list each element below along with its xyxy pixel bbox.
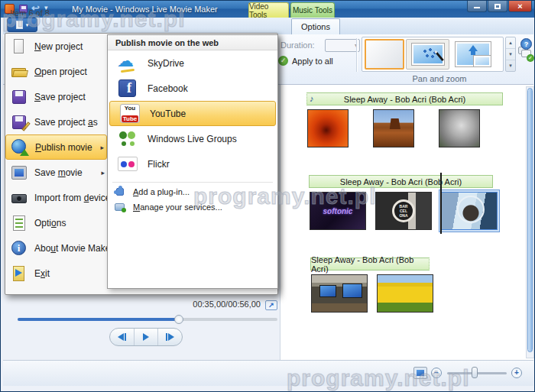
ribbon-group-label: Pan and zoom	[362, 74, 517, 83]
apply-to-all-icon: ✓	[278, 56, 288, 66]
clip-thumbnail-fishbowl[interactable]	[441, 192, 498, 230]
pan-zoom-gallery	[362, 37, 504, 72]
next-frame-button[interactable]	[158, 329, 182, 345]
clip-thumbnail-koala[interactable]	[439, 109, 480, 147]
app-window: ↩ ▾ My Movie - Windows Live Movie Maker …	[0, 0, 535, 392]
submenu-item-label: YouTube	[150, 109, 186, 119]
music-track-label[interactable]: ♪Sleep Away - Bob Acri (Bob Acri)	[306, 92, 503, 105]
submenu-item-label: Facebook	[148, 83, 188, 94]
menu-item-publish-movie[interactable]: Publish movie▸	[5, 134, 107, 160]
gallery-item-zoom-in[interactable]	[451, 39, 494, 70]
menu-item-new-project[interactable]: New project	[5, 34, 107, 59]
menu-item-label: Options	[34, 218, 66, 228]
clip-thumbnail-office[interactable]	[311, 274, 368, 313]
storyboard: ♪Sleep Away - Bob Acri (Bob Acri)Sleep A…	[282, 86, 525, 359]
storyboard-scrollbar[interactable]	[526, 86, 534, 358]
zoom-out-button[interactable]: −	[431, 368, 442, 378]
scrollbar-thumb[interactable]	[527, 88, 533, 352]
menu-item-import-from-device[interactable]: Import from device	[5, 185, 107, 210]
gallery-more-button[interactable]: ▾	[506, 60, 515, 71]
storyboard-row: ♪Sleep Away - Bob Acri (Bob Acri)	[282, 92, 525, 147]
minimize-button[interactable]	[467, 1, 487, 12]
menu-item-save-movie[interactable]: Save movie▸	[5, 160, 107, 185]
item-count: Item 6 of 8	[10, 8, 50, 18]
submenu-item-windows-live-groups[interactable]: Windows Live Groups	[108, 126, 277, 151]
clip-thumbnail-flower[interactable]	[307, 109, 349, 147]
seek-slider[interactable]	[18, 318, 277, 321]
transport-controls	[109, 328, 183, 346]
clip-thumbnail-barcelona[interactable]: BARCELONA	[375, 192, 432, 230]
contextual-tab-video-tools[interactable]: Video Tools	[248, 2, 289, 18]
title-bar: ↩ ▾ My Movie - Windows Live Movie Maker …	[1, 1, 535, 18]
gallery-item-none[interactable]	[365, 39, 404, 70]
about-movie-maker-icon	[10, 239, 28, 258]
music-note-icon: ♪	[310, 94, 314, 103]
clip-text: softonic	[323, 207, 353, 215]
gallery-scroll-up[interactable]: ▴	[506, 37, 515, 49]
file-menu-button[interactable]: ▾	[7, 18, 37, 32]
menu-item-options[interactable]: Options	[5, 210, 107, 235]
music-track-label[interactable]: Sleep Away - Bob Acri (Bob Acri)	[309, 175, 493, 188]
tab-options[interactable]: Options	[291, 18, 340, 34]
zoom-slider-thumb[interactable]	[472, 367, 478, 378]
submenu-action-label: Manage your services...	[133, 202, 222, 212]
submenu-header: Publish movie on the web	[108, 35, 277, 50]
manage-services-icon	[114, 201, 126, 213]
zoom-in-button[interactable]: +	[511, 368, 522, 378]
submenu-item-flickr[interactable]: Flickr	[108, 151, 277, 177]
help-icon[interactable]: ?	[520, 38, 532, 50]
close-button[interactable]: ×	[508, 1, 532, 12]
storyboard-thumbnails	[282, 274, 525, 313]
seek-progress	[18, 318, 179, 321]
storyboard-row: Sleep Away - Bob Acri (Bob Acri)softonic…	[282, 175, 525, 230]
chevron-down-icon: ▾	[26, 22, 29, 28]
submenu-action-manage-your-services[interactable]: Manage your services...	[108, 199, 277, 215]
save-project-as-icon	[10, 113, 28, 131]
submenu-item-label: Windows Live Groups	[148, 134, 237, 144]
thumbnail-view-icon[interactable]	[413, 367, 427, 379]
skydrive-icon: ☁	[117, 53, 138, 73]
menu-item-exit[interactable]: Exit	[5, 261, 107, 286]
clip-thumbnail-softonic[interactable]: softonic	[310, 192, 366, 230]
submenu-item-skydrive[interactable]: ☁SkyDrive	[108, 50, 277, 76]
publish-movie-icon	[11, 138, 29, 157]
menu-item-about-movie-maker[interactable]: About Movie Maker	[5, 235, 107, 261]
duration-label: Duration:	[280, 40, 315, 50]
previous-frame-button[interactable]	[110, 329, 135, 345]
gallery-scrollbar: ▴ ▾ ▾	[505, 37, 516, 72]
file-icon	[16, 21, 23, 29]
storyboard-row: Sleep Away - Bob Acri (Bob Acri)	[282, 258, 525, 313]
contextual-tab-music-tools[interactable]: Music Tools	[290, 2, 335, 18]
submenu-action-add-a-plug-in[interactable]: Add a plug-in...	[108, 184, 277, 199]
menu-item-label: Open project	[34, 66, 87, 77]
menu-item-save-project-as[interactable]: Save project as	[5, 109, 107, 134]
duration-select[interactable]: ▾	[325, 39, 360, 52]
ribbon-separator	[356, 38, 357, 72]
submenu-item-facebook[interactable]: Facebook	[108, 76, 277, 101]
check-icon: ✓	[527, 54, 534, 62]
music-track-label[interactable]: Sleep Away - Bob Acri (Bob Acri)	[310, 258, 430, 271]
clip-thumbnail-tulips[interactable]	[377, 274, 433, 313]
storyboard-thumbnails: softonicBARCELONA	[282, 192, 525, 230]
window-title: My Movie - Windows Live Movie Maker	[72, 5, 218, 14]
clip-thumbnail-desert[interactable]	[373, 109, 414, 147]
menu-item-label: New project	[34, 41, 83, 52]
menu-item-label: Save project	[34, 92, 86, 102]
seek-thumb[interactable]	[174, 315, 183, 324]
flickr-icon	[117, 154, 138, 174]
publish-submenu: Publish movie on the web ☁SkyDriveFacebo…	[107, 34, 278, 289]
fullscreen-preview-icon[interactable]: ↗	[265, 300, 277, 310]
zoom-in-effect-icon	[456, 42, 491, 66]
playhead[interactable]	[440, 173, 442, 234]
submenu-item-youtube[interactable]: YouTubeYouTube	[109, 101, 276, 126]
maximize-button[interactable]	[488, 1, 507, 12]
gallery-scroll-down[interactable]: ▾	[506, 49, 515, 60]
file-menu-panel: New projectOpen projectSave projectSave …	[5, 33, 278, 295]
menu-item-open-project[interactable]: Open project	[5, 59, 107, 84]
gallery-item-automatic-pan-zoom[interactable]	[406, 39, 449, 70]
play-button[interactable]	[135, 329, 159, 345]
pan-zoom-auto-icon	[412, 44, 444, 65]
menu-item-save-project[interactable]: Save project	[5, 84, 107, 109]
menu-item-label: Save movie	[34, 167, 83, 178]
apply-to-all-button[interactable]: Apply to all	[292, 57, 333, 66]
